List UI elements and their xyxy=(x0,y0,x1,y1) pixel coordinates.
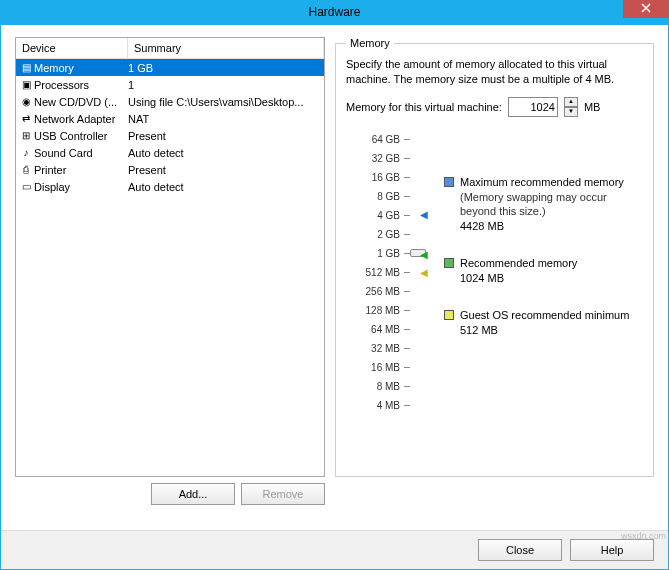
tick-label: 8 MB xyxy=(346,378,400,395)
device-panel: Device Summary ▤Memory1 GB▣Processors1◉N… xyxy=(15,37,325,505)
device-row-printer[interactable]: ⎙PrinterPresent xyxy=(16,161,324,178)
device-row-memory[interactable]: ▤Memory1 GB xyxy=(16,59,324,76)
titlebar: Hardware xyxy=(0,0,669,24)
tick-label: 32 GB xyxy=(346,150,400,167)
memory-group: Memory Specify the amount of memory allo… xyxy=(335,37,654,477)
memory-spinner[interactable]: ▲ ▼ xyxy=(564,97,578,117)
device-label: Memory xyxy=(34,62,128,74)
column-summary[interactable]: Summary xyxy=(128,38,324,58)
device-icon: ◉ xyxy=(18,95,34,109)
memory-unit: MB xyxy=(584,101,601,113)
memory-input-label: Memory for this virtual machine: xyxy=(346,101,502,113)
arrow-max-icon: ◀ xyxy=(420,209,428,220)
device-row-new-cd-dvd-[interactable]: ◉New CD/DVD (...Using file C:\Users\vams… xyxy=(16,93,324,110)
device-row-sound-card[interactable]: ♪Sound CardAuto detect xyxy=(16,144,324,161)
device-label: USB Controller xyxy=(34,130,128,142)
device-icon: ♪ xyxy=(18,146,34,160)
device-summary: 1 xyxy=(128,79,322,91)
device-row-display[interactable]: ▭DisplayAuto detect xyxy=(16,178,324,195)
dialog-footer: Close Help xyxy=(1,530,668,569)
tick-label: 16 GB xyxy=(346,169,400,186)
device-label: Network Adapter xyxy=(34,113,128,125)
memory-slider-ticks: 64 GB32 GB16 GB8 GB4 GB2 GB1 GB512 MB256… xyxy=(346,131,400,414)
device-icon: ⊞ xyxy=(18,129,34,143)
device-label: Printer xyxy=(34,164,128,176)
device-summary: Present xyxy=(128,164,322,176)
device-icon: ▣ xyxy=(18,78,34,92)
device-label: Sound Card xyxy=(34,147,128,159)
arrow-min-icon: ◀ xyxy=(420,267,428,278)
tick-label: 64 MB xyxy=(346,321,400,338)
remove-button[interactable]: Remove xyxy=(241,483,325,505)
device-row-network-adapter[interactable]: ⇄Network AdapterNAT xyxy=(16,110,324,127)
add-button[interactable]: Add... xyxy=(151,483,235,505)
device-label: Processors xyxy=(34,79,128,91)
settings-panel: Memory Specify the amount of memory allo… xyxy=(335,37,654,505)
tick-label: 16 MB xyxy=(346,359,400,376)
device-label: New CD/DVD (... xyxy=(34,96,128,108)
close-button[interactable]: Close xyxy=(478,539,562,561)
tick-label: 512 MB xyxy=(346,264,400,281)
legend-min: Guest OS recommended minimum 512 MB xyxy=(444,308,643,338)
device-summary: Auto detect xyxy=(128,147,322,159)
spin-down-icon[interactable]: ▼ xyxy=(564,107,578,117)
device-icon: ▤ xyxy=(18,61,34,75)
spin-up-icon[interactable]: ▲ xyxy=(564,97,578,107)
device-icon: ▭ xyxy=(18,180,34,194)
list-header: Device Summary xyxy=(16,38,324,59)
memory-input[interactable] xyxy=(508,97,558,117)
column-device[interactable]: Device xyxy=(16,38,128,58)
memory-legend: Memory xyxy=(346,37,394,49)
device-summary: 1 GB xyxy=(128,62,322,74)
swatch-yellow-icon xyxy=(444,310,454,320)
dialog-body: Device Summary ▤Memory1 GB▣Processors1◉N… xyxy=(0,24,669,570)
arrow-rec-icon: ◀ xyxy=(420,249,428,260)
tick-label: 4 MB xyxy=(346,397,400,414)
legend-max: Maximum recommended memory (Memory swapp… xyxy=(444,175,643,234)
tick-label: 4 GB xyxy=(346,207,400,224)
swatch-green-icon xyxy=(444,258,454,268)
device-label: Display xyxy=(34,181,128,193)
tick-label: 8 GB xyxy=(346,188,400,205)
device-summary: Using file C:\Users\vamsi\Desktop... xyxy=(128,96,322,108)
device-summary: Auto detect xyxy=(128,181,322,193)
device-row-processors[interactable]: ▣Processors1 xyxy=(16,76,324,93)
tick-label: 2 GB xyxy=(346,226,400,243)
watermark: wsxdn.com xyxy=(621,531,666,541)
device-row-usb-controller[interactable]: ⊞USB ControllerPresent xyxy=(16,127,324,144)
tick-label: 1 GB xyxy=(346,245,400,262)
tick-label: 64 GB xyxy=(346,131,400,148)
tick-label: 256 MB xyxy=(346,283,400,300)
help-button[interactable]: Help xyxy=(570,539,654,561)
swatch-blue-icon xyxy=(444,177,454,187)
device-summary: Present xyxy=(128,130,322,142)
device-summary: NAT xyxy=(128,113,322,125)
device-icon: ⎙ xyxy=(18,163,34,177)
tick-label: 128 MB xyxy=(346,302,400,319)
memory-description: Specify the amount of memory allocated t… xyxy=(346,57,643,87)
window-title: Hardware xyxy=(308,5,360,19)
legend-rec: Recommended memory 1024 MB xyxy=(444,256,643,286)
memory-slider[interactable]: ◀ ◀ ◀ xyxy=(412,139,432,414)
close-icon[interactable] xyxy=(623,0,669,18)
device-icon: ⇄ xyxy=(18,112,34,126)
device-list[interactable]: Device Summary ▤Memory1 GB▣Processors1◉N… xyxy=(15,37,325,477)
tick-label: 32 MB xyxy=(346,340,400,357)
